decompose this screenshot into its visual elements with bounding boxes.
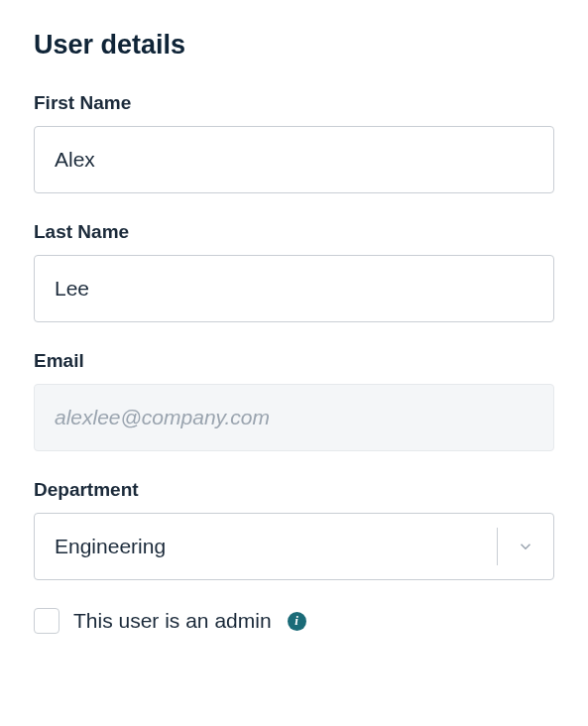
info-icon[interactable]: i <box>288 612 306 631</box>
chevron-down-icon <box>498 538 553 555</box>
first-name-label: First Name <box>34 92 554 114</box>
last-name-group: Last Name <box>34 221 554 322</box>
admin-checkbox-row: This user is an admin i <box>34 608 554 634</box>
first-name-input[interactable] <box>34 126 554 193</box>
email-group: Email <box>34 350 554 451</box>
admin-checkbox-label: This user is an admin <box>73 609 272 633</box>
email-input <box>34 384 554 451</box>
department-label: Department <box>34 479 554 501</box>
page-title: User details <box>34 30 554 60</box>
first-name-group: First Name <box>34 92 554 193</box>
department-select[interactable]: Engineering <box>34 513 554 580</box>
email-label: Email <box>34 350 554 372</box>
admin-checkbox[interactable] <box>34 608 59 634</box>
department-group: Department Engineering <box>34 479 554 580</box>
department-value: Engineering <box>35 535 497 558</box>
last-name-input[interactable] <box>34 255 554 322</box>
last-name-label: Last Name <box>34 221 554 243</box>
